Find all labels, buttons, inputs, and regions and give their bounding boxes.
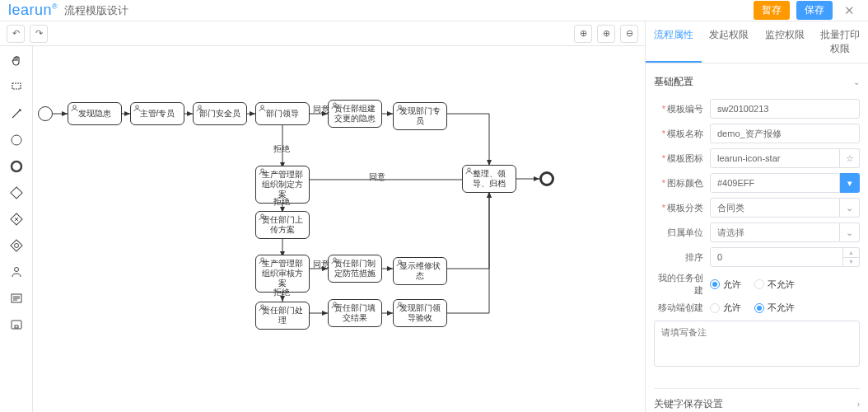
color-picker-button[interactable]: ▾	[840, 173, 860, 193]
form-panel: 基础配置 ⌄ 模板编号 模板名称 模板图标 ☆ 图标颜色 ▾	[646, 63, 868, 412]
task-node[interactable]: 责任部门填交结果	[328, 299, 382, 327]
svg-point-17	[261, 214, 264, 218]
mobile-allow-radio[interactable]: 允许	[710, 302, 741, 314]
accordion-key-save[interactable]: 关键字保存设置›	[654, 388, 860, 412]
svg-point-16	[261, 169, 264, 172]
user-icon	[259, 257, 266, 265]
gateway-x-icon[interactable]	[8, 211, 25, 227]
label-name: 模板名称	[654, 128, 710, 140]
tab-process-props[interactable]: 流程属性	[646, 21, 702, 63]
end-event[interactable]	[539, 171, 554, 186]
user-icon	[465, 167, 473, 175]
edge-label: 拒绝	[273, 143, 290, 155]
task-node[interactable]: 部门领导	[255, 102, 310, 125]
zoom-out-button[interactable]: ⊖	[620, 25, 638, 43]
task-node[interactable]: 发现隐患	[68, 102, 122, 125]
task-node[interactable]: 责任部组建交更的隐患	[328, 100, 382, 128]
task-node[interactable]: 发现部门领导验收	[393, 299, 447, 327]
task-node[interactable]: 责任部门处理	[255, 302, 310, 330]
template-icon-input[interactable]	[710, 148, 840, 168]
undo-button[interactable]: ↶	[7, 25, 25, 43]
svg-point-20	[399, 260, 402, 264]
svg-point-10	[73, 105, 77, 109]
task-node[interactable]: 主管/专员	[130, 102, 184, 125]
property-tabs: 流程属性 发起权限 监控权限 批量打印权限	[646, 21, 868, 63]
connector-tool-icon[interactable]	[8, 105, 25, 122]
task-node[interactable]: 整理、领导、归档	[462, 165, 516, 193]
chevron-down-icon[interactable]: ⌄	[840, 222, 860, 242]
zoom-in-button[interactable]: ⊕	[597, 25, 615, 43]
label-unit: 归属单位	[654, 227, 710, 239]
header-actions: 暂存 保存 ✕	[754, 1, 860, 20]
label-category: 模板分类	[654, 202, 710, 214]
task-node[interactable]: 责任部门上传方案	[255, 211, 310, 239]
gateway-icon[interactable]	[8, 185, 25, 201]
hand-tool-icon[interactable]	[8, 53, 25, 69]
svg-point-13	[261, 105, 264, 109]
script-task-icon[interactable]	[8, 290, 25, 307]
subprocess-icon[interactable]	[8, 316, 25, 333]
canvas-body: 发现隐患 主管/专员 部门安全员 部门领导 责任部组建交更的隐患 发现部门专员 …	[0, 46, 645, 412]
section-basic[interactable]: 基础配置 ⌄	[654, 70, 860, 94]
tab-start-perm[interactable]: 发起权限	[702, 21, 758, 63]
icon-color-input[interactable]	[710, 173, 840, 193]
lasso-tool-icon[interactable]	[8, 79, 25, 96]
svg-point-11	[136, 105, 139, 109]
task-node[interactable]: 发现部门专员	[393, 102, 447, 130]
user-icon	[331, 257, 338, 265]
mobile-deny-radio[interactable]: 不允许	[754, 302, 795, 314]
user-icon	[396, 105, 404, 112]
user-icon	[133, 105, 141, 112]
chevron-down-icon[interactable]: ⌄	[840, 198, 860, 218]
stepper-buttons[interactable]: ▲▼	[843, 247, 860, 267]
user-icon	[71, 105, 78, 112]
svg-point-24	[399, 302, 402, 306]
canvas-area: ↶ ↷ ⊕ ⊕ ⊖	[0, 21, 646, 412]
redo-button[interactable]: ↷	[30, 25, 48, 43]
svg-point-1	[12, 162, 21, 171]
start-event[interactable]	[38, 106, 53, 121]
user-icon	[196, 105, 203, 112]
mytask-allow-radio[interactable]: 允许	[710, 279, 741, 291]
svg-point-12	[198, 105, 202, 109]
gateway-o-icon[interactable]	[8, 237, 25, 254]
user-icon	[331, 302, 338, 309]
svg-rect-2	[10, 187, 21, 199]
user-icon	[259, 168, 266, 176]
logo: learun®	[8, 2, 58, 19]
chevron-right-icon: ›	[857, 400, 860, 409]
user-icon	[259, 105, 266, 112]
order-stepper[interactable]	[710, 247, 843, 267]
label-code: 模板编号	[654, 103, 710, 115]
app-header: learun® 流程模版设计 暂存 保存 ✕	[0, 0, 868, 21]
start-event-icon[interactable]	[8, 132, 25, 148]
zoom-fit-button[interactable]: ⊕	[574, 25, 592, 43]
properties-panel: 流程属性 发起权限 监控权限 批量打印权限 基础配置 ⌄ 模板编号 模板名称 模…	[646, 21, 868, 412]
brand: learun® 流程模版设计	[8, 2, 128, 19]
mytask-deny-radio[interactable]: 不允许	[754, 279, 795, 291]
task-node[interactable]: 显示维修状态	[393, 257, 447, 285]
svg-point-19	[334, 258, 337, 261]
save-button[interactable]: 保存	[796, 1, 833, 20]
edge-label: 同意	[313, 104, 329, 115]
task-node[interactable]: 责任部门制定防范措施	[328, 255, 382, 283]
svg-point-15	[399, 105, 402, 109]
cache-button[interactable]: 暂存	[754, 1, 790, 20]
user-icon	[259, 213, 266, 221]
label-mytask: 我的任务创建	[654, 272, 710, 297]
shape-palette	[0, 46, 33, 412]
remark-textarea[interactable]	[654, 321, 860, 367]
task-node[interactable]: 部门安全员	[193, 102, 247, 125]
close-icon[interactable]: ✕	[839, 3, 860, 18]
user-task-icon[interactable]	[8, 264, 25, 280]
unit-select[interactable]	[710, 222, 840, 242]
template-category-select[interactable]	[710, 198, 840, 218]
tab-batch-print[interactable]: 批量打印权限	[813, 21, 869, 63]
tab-monitor-perm[interactable]: 监控权限	[757, 21, 813, 63]
bpmn-diagram[interactable]: 发现隐患 主管/专员 部门安全员 部门领导 责任部组建交更的隐患 发现部门专员 …	[33, 46, 645, 412]
page-title: 流程模版设计	[64, 3, 128, 18]
end-event-icon[interactable]	[8, 158, 25, 175]
template-code-input[interactable]	[710, 99, 860, 119]
icon-picker-button[interactable]: ☆	[840, 148, 860, 168]
template-name-input[interactable]	[710, 124, 860, 143]
